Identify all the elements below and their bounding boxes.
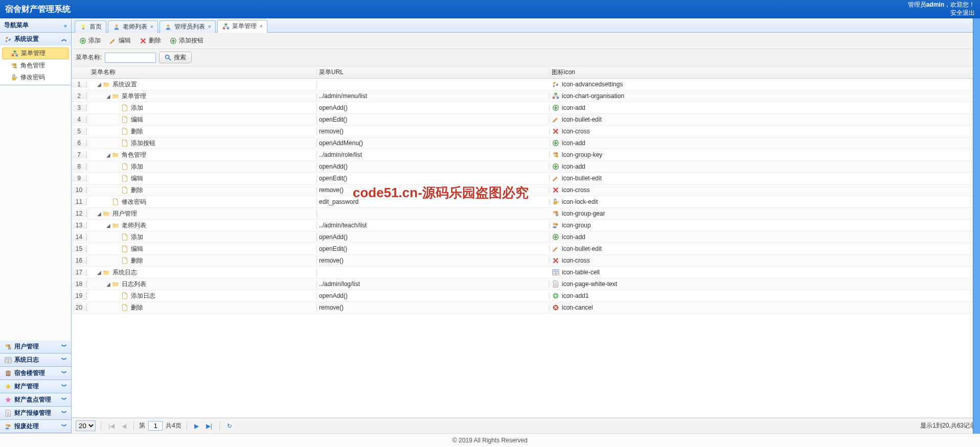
pencil-icon bbox=[552, 245, 560, 253]
sidebar-item-0-0[interactable]: 菜单管理 bbox=[2, 48, 69, 59]
sidebar-group-5[interactable]: 财产盘点管理︾ bbox=[0, 393, 71, 406]
table-row[interactable]: 3添加openAdd()icon-add bbox=[72, 102, 980, 114]
sidebar-group-3[interactable]: 宿舍楼管理︾ bbox=[0, 367, 71, 380]
chevron-icon: ︾ bbox=[61, 383, 67, 390]
table-row[interactable]: 17◢系统日志icon-table-cell bbox=[72, 267, 980, 278]
table-row[interactable]: 2◢菜单管理../admin/menu/listicon-chart-organ… bbox=[72, 90, 980, 102]
svg-point-27 bbox=[82, 24, 85, 28]
table-row[interactable]: 13◢老师列表../admin/teach/listicon-group bbox=[72, 220, 980, 231]
add-icon bbox=[552, 104, 560, 112]
table-row[interactable]: 4编辑openEdit()icon-bullet-edit bbox=[72, 114, 980, 126]
group-icon bbox=[552, 221, 560, 229]
chevron-icon: ︾ bbox=[61, 343, 67, 350]
folder-icon bbox=[111, 280, 120, 288]
pager-prev-button[interactable]: ◀ bbox=[120, 421, 128, 431]
chevron-icon: ︾ bbox=[61, 422, 67, 430]
sidebar-item-0-2[interactable]: 修改密码 bbox=[0, 72, 71, 83]
toolbar-button-3[interactable]: 添加按钮 bbox=[166, 35, 207, 46]
tab-0[interactable]: 首页 bbox=[75, 20, 106, 33]
add-icon bbox=[552, 233, 560, 241]
pager: 20 |◀ ◀ 第 共4页 ▶ ▶| ↻ 显示1到20,共63记录 bbox=[72, 418, 980, 433]
table-row[interactable]: 19添加日志openAdd()icon-add1 bbox=[72, 290, 980, 302]
table-row[interactable]: 10删除remove()icon-cross bbox=[72, 184, 980, 196]
expand-icon[interactable]: ◢ bbox=[96, 82, 102, 87]
pager-next-button[interactable]: ▶ bbox=[192, 421, 201, 431]
toolbar-button-2[interactable]: 删除 bbox=[136, 35, 164, 46]
file-icon bbox=[111, 198, 120, 206]
tab-close-icon[interactable]: × bbox=[260, 23, 263, 29]
toolbar-button-1[interactable]: 编辑 bbox=[106, 35, 134, 46]
expand-icon[interactable]: ◢ bbox=[105, 152, 111, 158]
sidebar-group-0[interactable]: 系统设置︽ bbox=[0, 33, 71, 45]
svg-point-36 bbox=[166, 55, 169, 58]
pager-refresh-button[interactable]: ↻ bbox=[225, 421, 234, 431]
toolbar-button-0[interactable]: 添加 bbox=[76, 35, 104, 46]
table-row[interactable]: 20删除remove()icon-cancel bbox=[72, 302, 980, 314]
page-size-select[interactable]: 20 bbox=[76, 420, 96, 431]
tab-close-icon[interactable]: × bbox=[150, 24, 153, 30]
chevron-icon: ︾ bbox=[61, 409, 67, 417]
pager-last-button[interactable]: ▶| bbox=[204, 421, 214, 431]
expand-icon[interactable]: ◢ bbox=[96, 270, 102, 275]
file-icon bbox=[121, 233, 129, 241]
page-number-input[interactable] bbox=[148, 421, 163, 431]
pager-first-button[interactable]: |◀ bbox=[106, 421, 117, 431]
sidebar-group-1[interactable]: 用户管理︾ bbox=[0, 340, 71, 353]
folder-icon bbox=[111, 151, 120, 159]
sidebar-group-4[interactable]: 财产管理︾ bbox=[0, 380, 71, 393]
tab-1[interactable]: 老师列表× bbox=[108, 20, 158, 33]
file-icon bbox=[121, 174, 129, 182]
table-row[interactable]: 7◢角色管理../admin/role/listicon-group-key bbox=[72, 149, 980, 161]
col-header-name[interactable]: 菜单名称 bbox=[87, 68, 317, 77]
svg-rect-18 bbox=[7, 371, 8, 372]
table-row[interactable]: 16删除remove()icon-cross bbox=[72, 255, 980, 267]
tools-icon bbox=[552, 80, 560, 88]
table-row[interactable]: 12◢用户管理icon-group-gear bbox=[72, 208, 980, 220]
sidebar-group-2[interactable]: 系统日志︾ bbox=[0, 354, 71, 366]
expand-icon[interactable]: ◢ bbox=[105, 93, 111, 99]
svg-rect-33 bbox=[226, 27, 229, 29]
svg-rect-40 bbox=[553, 97, 555, 99]
svg-point-9 bbox=[8, 344, 10, 346]
window-scrollbar[interactable] bbox=[973, 18, 980, 434]
tab-3[interactable]: 菜单管理× bbox=[217, 20, 267, 33]
cross-icon bbox=[552, 127, 560, 135]
table-row[interactable]: 18◢日志列表../admin/log/listicon-page-white-… bbox=[72, 278, 980, 290]
file-icon bbox=[121, 162, 129, 171]
svg-rect-41 bbox=[557, 97, 559, 99]
sidebar-item-0-1[interactable]: 角色管理 bbox=[0, 60, 71, 72]
app-title: 宿舍财产管理系统 bbox=[5, 4, 71, 15]
table-row[interactable]: 5删除remove()icon-cross bbox=[72, 126, 980, 137]
cross-icon bbox=[552, 256, 560, 265]
col-header-url[interactable]: 菜单URL bbox=[317, 68, 550, 77]
table-row[interactable]: 9编辑openEdit()icon-bullet-edit bbox=[72, 173, 980, 184]
sidebar-collapse-icon[interactable]: « bbox=[64, 22, 67, 29]
sidebar-group-6[interactable]: 财产报修管理︾ bbox=[0, 407, 71, 419]
header-user-area: 管理员admin，欢迎您！ 安全退出 bbox=[908, 1, 975, 17]
expand-icon[interactable]: ◢ bbox=[96, 211, 102, 217]
group-gear-icon bbox=[552, 209, 560, 218]
tab-2[interactable]: 管理员列表× bbox=[159, 20, 216, 33]
svg-rect-1 bbox=[13, 50, 16, 52]
search-input[interactable] bbox=[105, 53, 156, 63]
table-row[interactable]: 8添加openAdd()icon-add bbox=[72, 161, 980, 173]
svg-rect-20 bbox=[7, 373, 8, 374]
table-row[interactable]: 1◢系统设置icon-advancedsettings bbox=[72, 79, 980, 90]
expand-icon[interactable]: ◢ bbox=[105, 281, 111, 287]
logout-link[interactable]: 安全退出 bbox=[950, 9, 975, 16]
file-icon bbox=[121, 115, 129, 124]
table-row[interactable]: 14添加openAdd()icon-add bbox=[72, 231, 980, 243]
sidebar-group-7[interactable]: 报废处理︾ bbox=[0, 420, 71, 433]
user-icon bbox=[112, 23, 121, 31]
table-row[interactable]: 6添加按钮openAddMenu()icon-add bbox=[72, 137, 980, 149]
table-row[interactable]: 15编辑openEdit()icon-bullet-edit bbox=[72, 243, 980, 255]
search-button[interactable]: 搜索 bbox=[159, 52, 192, 63]
chart-org-icon bbox=[222, 22, 230, 31]
col-header-icon[interactable]: 图标icon bbox=[550, 68, 980, 77]
svg-point-50 bbox=[555, 211, 558, 214]
table-row[interactable]: 11修改密码edit_passwordicon-lock-edit bbox=[72, 196, 980, 208]
expand-icon[interactable]: ◢ bbox=[105, 223, 111, 228]
tab-close-icon[interactable]: × bbox=[208, 24, 211, 30]
svg-point-0 bbox=[6, 40, 8, 42]
group-key-icon bbox=[10, 62, 18, 70]
